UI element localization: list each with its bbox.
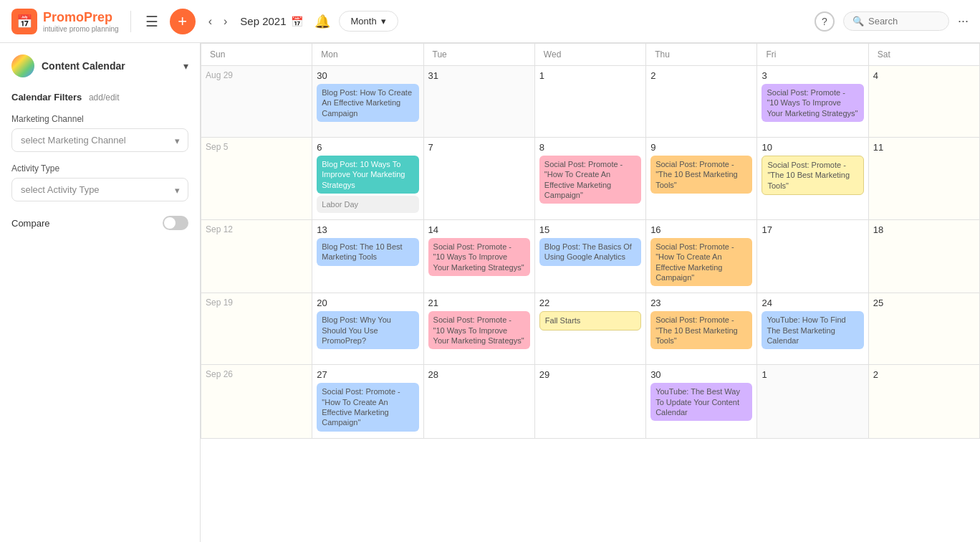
- day-number: 17: [762, 224, 863, 235]
- calendar-area: SunMonTueWedThuFriSatAug 2930Blog Post: …: [201, 43, 980, 542]
- calendar-event[interactable]: Social Post: Promote - "The 10 Best Mark…: [650, 156, 752, 194]
- calendar-event[interactable]: Social Post: Promote - "How To Create An…: [539, 156, 641, 204]
- day-cell[interactable]: 23Social Post: Promote - "The 10 Best Ma…: [646, 293, 757, 365]
- month-label: Sep 2021: [240, 15, 286, 27]
- day-cell[interactable]: 21Social Post: Promote - "10 Ways To Imp…: [424, 293, 535, 365]
- day-number: 18: [873, 224, 975, 235]
- search-icon: 🔍: [852, 16, 864, 27]
- calendar-event[interactable]: Labor Day: [317, 196, 418, 213]
- day-number: 15: [539, 224, 641, 235]
- day-cell[interactable]: 1: [757, 365, 868, 438]
- day-number: 31: [428, 70, 530, 81]
- more-options-button[interactable]: ···: [958, 14, 969, 29]
- day-cell[interactable]: 29: [535, 365, 646, 438]
- day-cell[interactable]: 18: [869, 220, 980, 293]
- calendar-event[interactable]: Blog Post: The 10 Best Marketing Tools: [317, 238, 418, 266]
- calendar-event[interactable]: Social Post: Promote - "The 10 Best Mark…: [650, 311, 752, 349]
- day-number: 20: [317, 298, 418, 308]
- day-cell[interactable]: 30YouTube: The Best Way To Update Your C…: [646, 365, 757, 438]
- compare-toggle[interactable]: [163, 216, 188, 230]
- week-label: Sep 19: [206, 298, 307, 308]
- calendar-event[interactable]: Social Post: Promote - "10 Ways To Impro…: [428, 311, 530, 349]
- day-cell[interactable]: Sep 19: [201, 293, 312, 365]
- day-cell[interactable]: 16Social Post: Promote - "How To Create …: [646, 220, 757, 293]
- day-cell[interactable]: 3Social Post: Promote - "10 Ways To Impr…: [757, 66, 868, 138]
- day-cell[interactable]: 15Blog Post: The Basics Of Using Google …: [535, 220, 646, 293]
- day-number: 30: [650, 369, 752, 380]
- day-cell[interactable]: 20Blog Post: Why You Should You Use Prom…: [312, 293, 423, 365]
- logo-name: PromoPrep: [43, 10, 119, 25]
- day-header-thu: Thu: [646, 44, 757, 66]
- hamburger-button[interactable]: ☰: [143, 10, 161, 33]
- filters-edit-link[interactable]: add/edit: [89, 92, 120, 103]
- day-cell[interactable]: 25: [869, 293, 980, 365]
- help-button[interactable]: ?: [815, 11, 835, 32]
- notification-bell[interactable]: 🔔: [314, 14, 330, 29]
- day-number: 10: [762, 142, 863, 153]
- calendar-event[interactable]: Social Post: Promote - "How To Create An…: [650, 238, 752, 286]
- calendar-event[interactable]: Social Post: Promote - "How To Create An…: [317, 383, 418, 431]
- day-cell[interactable]: Sep 26: [201, 365, 312, 438]
- day-cell[interactable]: 17: [757, 220, 868, 293]
- prev-month-button[interactable]: ‹: [204, 12, 216, 31]
- day-cell[interactable]: Sep 5: [201, 138, 312, 220]
- day-cell[interactable]: 9Social Post: Promote - "The 10 Best Mar…: [646, 138, 757, 220]
- day-cell[interactable]: 27Social Post: Promote - "How To Create …: [312, 365, 423, 438]
- day-cell[interactable]: Sep 12: [201, 220, 312, 293]
- day-cell[interactable]: 13Blog Post: The 10 Best Marketing Tools: [312, 220, 423, 293]
- calendar-event[interactable]: Social Post: Promote - "The 10 Best Mark…: [762, 156, 863, 195]
- day-cell[interactable]: 22Fall Starts: [535, 293, 646, 365]
- calendar-event[interactable]: Social Post: Promote - "10 Ways To Impro…: [428, 238, 530, 276]
- day-cell[interactable]: 14Social Post: Promote - "10 Ways To Imp…: [424, 220, 535, 293]
- calendar-event[interactable]: Social Post: Promote - "10 Ways To Impro…: [762, 84, 863, 122]
- day-cell[interactable]: 31: [424, 66, 535, 138]
- day-number: 1: [762, 369, 863, 380]
- marketing-channel-label: Marketing Channel: [11, 114, 188, 124]
- day-cell[interactable]: 24YouTube: How To Find The Best Marketin…: [757, 293, 868, 365]
- day-cell[interactable]: 1: [535, 66, 646, 138]
- day-number: 14: [428, 224, 530, 235]
- day-cell[interactable]: 2: [646, 66, 757, 138]
- month-view-button[interactable]: Month ▾: [339, 11, 398, 32]
- add-button[interactable]: +: [170, 9, 196, 34]
- day-number: 3: [762, 70, 863, 81]
- day-header-mon: Mon: [312, 44, 423, 66]
- next-month-button[interactable]: ›: [219, 12, 231, 31]
- marketing-channel-wrapper: select Marketing Channel: [11, 128, 188, 152]
- chevron-down-icon: ▾: [381, 16, 386, 27]
- day-number: 2: [650, 70, 752, 81]
- day-cell[interactable]: 8Social Post: Promote - "How To Create A…: [535, 138, 646, 220]
- search-input[interactable]: [868, 16, 940, 27]
- marketing-channel-select[interactable]: select Marketing Channel: [11, 128, 188, 152]
- day-cell[interactable]: 10Social Post: Promote - "The 10 Best Ma…: [757, 138, 868, 220]
- day-cell[interactable]: Aug 29: [201, 66, 312, 138]
- calendar-event[interactable]: YouTube: How To Find The Best Marketing …: [762, 311, 863, 349]
- activity-type-filter: Activity Type select Activity Type: [11, 163, 188, 201]
- calendar-event[interactable]: YouTube: The Best Way To Update Your Con…: [650, 383, 752, 421]
- activity-type-select[interactable]: select Activity Type: [11, 178, 188, 201]
- day-cell[interactable]: 2: [869, 365, 980, 438]
- day-number: 9: [650, 142, 752, 153]
- calendar-event[interactable]: Blog Post: The Basics Of Using Google An…: [539, 238, 641, 266]
- search-box: 🔍: [843, 11, 949, 31]
- week-label: Sep 5: [206, 142, 307, 152]
- sidebar-title: Content Calendar: [42, 60, 125, 72]
- day-cell[interactable]: 4: [869, 66, 980, 138]
- filters-label: Calendar Filters: [11, 92, 82, 103]
- day-cell[interactable]: 6Blog Post: 10 Ways To Improve Your Mark…: [312, 138, 423, 220]
- toggle-knob: [164, 217, 176, 229]
- day-cell[interactable]: 7: [424, 138, 535, 220]
- day-cell[interactable]: 11: [869, 138, 980, 220]
- day-number: 13: [317, 224, 418, 235]
- calendar-event[interactable]: Blog Post: How To Create An Effective Ma…: [317, 84, 418, 122]
- sidebar-collapse-button[interactable]: ▾: [183, 60, 188, 72]
- week-label: Sep 26: [206, 369, 307, 379]
- day-cell[interactable]: 28: [424, 365, 535, 438]
- calendar-event[interactable]: Blog Post: 10 Ways To Improve Your Marke…: [317, 156, 418, 194]
- day-cell[interactable]: 30Blog Post: How To Create An Effective …: [312, 66, 423, 138]
- filters-section: Calendar Filters add/edit: [11, 92, 188, 103]
- calendar-event[interactable]: Blog Post: Why You Should You Use PromoP…: [317, 311, 418, 349]
- day-header-wed: Wed: [535, 44, 646, 66]
- calendar-event[interactable]: Fall Starts: [539, 311, 641, 330]
- day-number: 29: [539, 369, 641, 380]
